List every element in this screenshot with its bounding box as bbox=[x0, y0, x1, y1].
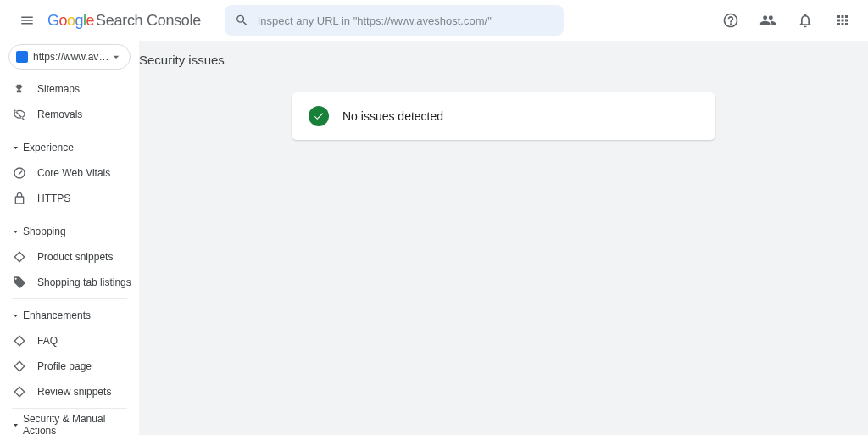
sidebar-item-label: Profile page bbox=[37, 360, 92, 372]
section-label: Experience bbox=[23, 142, 74, 153]
sidebar-item-label: FAQ bbox=[37, 335, 58, 347]
chevron-down-icon: ▼ bbox=[12, 229, 19, 234]
chevron-down-icon: ▼ bbox=[12, 422, 19, 427]
menu-button[interactable] bbox=[10, 3, 44, 37]
sidebar-item-label: Shopping tab listings bbox=[37, 276, 131, 288]
chevron-down-icon bbox=[109, 50, 123, 64]
property-label: https://www.aveshost.c... bbox=[33, 51, 109, 63]
apps-button[interactable] bbox=[827, 5, 858, 36]
chevron-down-icon: ▼ bbox=[12, 145, 19, 150]
sidebar-item-removals[interactable]: Removals bbox=[0, 102, 132, 127]
section-header[interactable]: ▼Enhancements bbox=[0, 303, 139, 328]
divider bbox=[12, 215, 127, 215]
search-icon bbox=[235, 13, 249, 28]
tag-icon bbox=[12, 276, 27, 289]
diamond-icon bbox=[12, 360, 27, 373]
sidebar-item-label: Removals bbox=[37, 109, 82, 120]
main-content: Security issues No issues detected bbox=[139, 41, 868, 435]
lock-icon bbox=[12, 192, 27, 205]
search-input[interactable] bbox=[258, 14, 554, 27]
help-icon bbox=[722, 12, 739, 29]
help-button[interactable] bbox=[715, 5, 746, 36]
chevron-down-icon: ▼ bbox=[12, 313, 19, 318]
grid-icon bbox=[835, 13, 850, 28]
divider bbox=[12, 408, 127, 409]
section-label: Shopping bbox=[23, 226, 66, 237]
property-selector[interactable]: https://www.aveshost.c... bbox=[8, 44, 131, 70]
diamond-icon bbox=[12, 385, 27, 399]
sidebar-item-core-web-vitals[interactable]: Core Web Vitals bbox=[0, 160, 132, 186]
users-icon bbox=[760, 12, 776, 29]
sidebar-item-profile-page[interactable]: Profile page bbox=[0, 354, 132, 379]
url-inspector[interactable] bbox=[225, 5, 564, 36]
section-label: Enhancements bbox=[23, 310, 91, 321]
sidebar-item-https[interactable]: HTTPS bbox=[0, 186, 132, 211]
removal-icon bbox=[12, 108, 27, 121]
check-circle-icon bbox=[309, 106, 329, 126]
sidebar-item-label: HTTPS bbox=[37, 192, 70, 204]
sidebar-item-review-snippets[interactable]: Review snippets bbox=[0, 379, 132, 404]
favicon-icon bbox=[16, 51, 28, 63]
sidebar-item-faq[interactable]: FAQ bbox=[0, 328, 132, 354]
notifications-button[interactable] bbox=[790, 5, 821, 36]
section-header[interactable]: ▼Security & Manual Actions bbox=[0, 412, 139, 435]
hamburger-icon bbox=[19, 13, 35, 28]
sidebar-item-shopping-tab-listings[interactable]: Shopping tab listings bbox=[0, 270, 132, 295]
sidebar-item-label: Review snippets bbox=[37, 386, 111, 398]
page-title: Security issues bbox=[139, 41, 868, 67]
product-name: Search Console bbox=[96, 12, 201, 30]
section-header[interactable]: ▼Shopping bbox=[0, 219, 139, 244]
bell-icon bbox=[797, 12, 814, 29]
sidebar-item-label: Product snippets bbox=[37, 251, 113, 263]
divider bbox=[12, 298, 127, 299]
sidebar-item-sitemaps[interactable]: Sitemaps bbox=[0, 76, 132, 102]
speed-icon bbox=[12, 166, 27, 180]
sitemap-icon bbox=[12, 82, 27, 96]
logo[interactable]: Google Search Console bbox=[47, 12, 201, 30]
sidebar-item-label: Sitemaps bbox=[37, 83, 80, 95]
users-button[interactable] bbox=[753, 5, 783, 36]
diamond-icon bbox=[12, 334, 27, 348]
google-logo-icon: Google bbox=[47, 12, 94, 30]
sidebar-item-label: Core Web Vitals bbox=[37, 167, 110, 179]
sidebar-item-product-snippets[interactable]: Product snippets bbox=[0, 244, 132, 270]
sidebar: https://www.aveshost.c... SitemapsRemova… bbox=[0, 41, 139, 435]
section-label: Security & Manual Actions bbox=[23, 413, 139, 435]
divider bbox=[12, 131, 127, 131]
section-header[interactable]: ▼Experience bbox=[0, 135, 139, 160]
status-text: No issues detected bbox=[342, 109, 443, 123]
diamond-icon bbox=[12, 250, 27, 264]
status-card: No issues detected bbox=[292, 92, 715, 140]
